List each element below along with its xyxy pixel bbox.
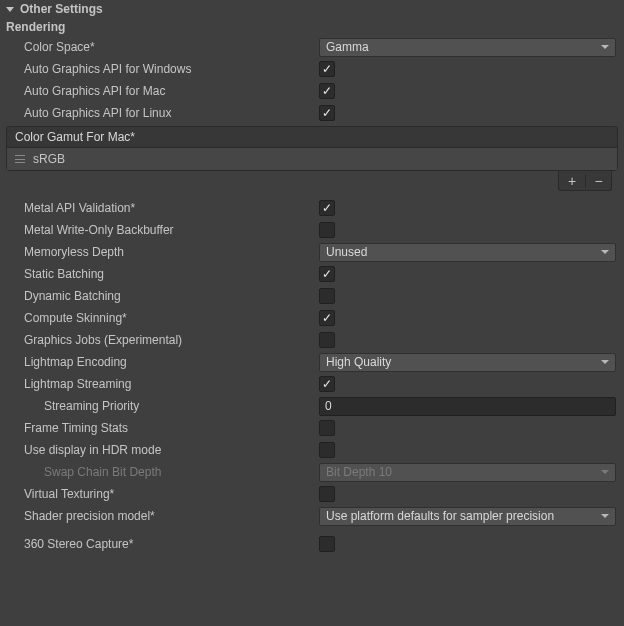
label-virtual-texturing: Virtual Texturing* bbox=[24, 487, 319, 501]
checkbox-graphics-jobs[interactable] bbox=[319, 332, 335, 348]
label-static-batching: Static Batching bbox=[24, 267, 319, 281]
checkbox-compute-skinning[interactable] bbox=[319, 310, 335, 326]
checkbox-dynamic-batching[interactable] bbox=[319, 288, 335, 304]
label-graphics-jobs: Graphics Jobs (Experimental) bbox=[24, 333, 319, 347]
row-memoryless-depth: Memoryless Depth Unused bbox=[0, 241, 624, 263]
label-compute-skinning: Compute Skinning* bbox=[24, 311, 319, 325]
list-item-label: sRGB bbox=[33, 152, 65, 166]
label-lightmap-encoding: Lightmap Encoding bbox=[24, 355, 319, 369]
row-frame-timing: Frame Timing Stats bbox=[0, 417, 624, 439]
label-frame-timing: Frame Timing Stats bbox=[24, 421, 319, 435]
row-auto-mac: Auto Graphics API for Mac bbox=[0, 80, 624, 102]
chevron-down-icon bbox=[601, 514, 609, 518]
dropdown-memoryless-depth[interactable]: Unused bbox=[319, 243, 616, 262]
listbox-footer: + − bbox=[0, 171, 624, 191]
checkbox-metal-writeonly[interactable] bbox=[319, 222, 335, 238]
label-lightmap-streaming: Lightmap Streaming bbox=[24, 377, 319, 391]
row-metal-validation: Metal API Validation* bbox=[0, 197, 624, 219]
checkbox-auto-linux[interactable] bbox=[319, 105, 335, 121]
chevron-down-icon bbox=[601, 45, 609, 49]
checkbox-auto-mac[interactable] bbox=[319, 83, 335, 99]
dropdown-shader-precision[interactable]: Use platform defaults for sampler precis… bbox=[319, 507, 616, 526]
header-title: Other Settings bbox=[20, 2, 103, 16]
foldout-icon bbox=[6, 7, 14, 12]
checkbox-metal-validation[interactable] bbox=[319, 200, 335, 216]
row-swap-chain: Swap Chain Bit Depth Bit Depth 10 bbox=[0, 461, 624, 483]
drag-handle-icon[interactable] bbox=[15, 155, 25, 163]
label-metal-writeonly: Metal Write-Only Backbuffer bbox=[24, 223, 319, 237]
dropdown-lightmap-encoding-value: High Quality bbox=[326, 355, 391, 369]
row-graphics-jobs: Graphics Jobs (Experimental) bbox=[0, 329, 624, 351]
listbox-color-gamut: Color Gamut For Mac* sRGB bbox=[6, 126, 618, 171]
checkbox-auto-win[interactable] bbox=[319, 61, 335, 77]
dropdown-shader-precision-value: Use platform defaults for sampler precis… bbox=[326, 509, 554, 523]
row-compute-skinning: Compute Skinning* bbox=[0, 307, 624, 329]
row-shader-precision: Shader precision model* Use platform def… bbox=[0, 505, 624, 527]
list-buttons: + − bbox=[558, 171, 612, 191]
input-streaming-priority[interactable]: 0 bbox=[319, 397, 616, 416]
chevron-down-icon bbox=[601, 360, 609, 364]
checkbox-hdr-mode[interactable] bbox=[319, 442, 335, 458]
label-auto-linux: Auto Graphics API for Linux bbox=[24, 106, 319, 120]
label-swap-chain: Swap Chain Bit Depth bbox=[44, 465, 319, 479]
checkbox-virtual-texturing[interactable] bbox=[319, 486, 335, 502]
row-static-batching: Static Batching bbox=[0, 263, 624, 285]
label-metal-validation: Metal API Validation* bbox=[24, 201, 319, 215]
checkbox-static-batching[interactable] bbox=[319, 266, 335, 282]
dropdown-color-space-value: Gamma bbox=[326, 40, 369, 54]
remove-button[interactable]: − bbox=[585, 174, 611, 188]
label-dynamic-batching: Dynamic Batching bbox=[24, 289, 319, 303]
label-hdr-mode: Use display in HDR mode bbox=[24, 443, 319, 457]
list-item-srgb[interactable]: sRGB bbox=[7, 148, 617, 170]
label-streaming-priority: Streaming Priority bbox=[44, 399, 319, 413]
checkbox-stereo-360[interactable] bbox=[319, 536, 335, 552]
row-lightmap-streaming: Lightmap Streaming bbox=[0, 373, 624, 395]
dropdown-lightmap-encoding[interactable]: High Quality bbox=[319, 353, 616, 372]
row-auto-linux: Auto Graphics API for Linux bbox=[0, 102, 624, 124]
checkbox-lightmap-streaming[interactable] bbox=[319, 376, 335, 392]
rendering-section-title: Rendering bbox=[0, 18, 624, 36]
row-auto-win: Auto Graphics API for Windows bbox=[0, 58, 624, 80]
row-streaming-priority: Streaming Priority 0 bbox=[0, 395, 624, 417]
row-dynamic-batching: Dynamic Batching bbox=[0, 285, 624, 307]
input-streaming-priority-value: 0 bbox=[325, 399, 332, 413]
dropdown-swap-chain: Bit Depth 10 bbox=[319, 463, 616, 482]
add-button[interactable]: + bbox=[559, 174, 585, 188]
row-stereo-360: 360 Stereo Capture* bbox=[0, 533, 624, 555]
label-memoryless-depth: Memoryless Depth bbox=[24, 245, 319, 259]
dropdown-memoryless-depth-value: Unused bbox=[326, 245, 367, 259]
chevron-down-icon bbox=[601, 250, 609, 254]
label-shader-precision: Shader precision model* bbox=[24, 509, 319, 523]
checkbox-frame-timing[interactable] bbox=[319, 420, 335, 436]
section-foldout-header[interactable]: Other Settings bbox=[0, 0, 624, 18]
listbox-header-color-gamut: Color Gamut For Mac* bbox=[7, 127, 617, 148]
row-virtual-texturing: Virtual Texturing* bbox=[0, 483, 624, 505]
label-color-space: Color Space* bbox=[24, 40, 319, 54]
label-auto-win: Auto Graphics API for Windows bbox=[24, 62, 319, 76]
row-metal-writeonly: Metal Write-Only Backbuffer bbox=[0, 219, 624, 241]
label-auto-mac: Auto Graphics API for Mac bbox=[24, 84, 319, 98]
row-color-space: Color Space* Gamma bbox=[0, 36, 624, 58]
label-stereo-360: 360 Stereo Capture* bbox=[24, 537, 319, 551]
dropdown-swap-chain-value: Bit Depth 10 bbox=[326, 465, 392, 479]
chevron-down-icon bbox=[601, 470, 609, 474]
row-hdr-mode: Use display in HDR mode bbox=[0, 439, 624, 461]
dropdown-color-space[interactable]: Gamma bbox=[319, 38, 616, 57]
row-lightmap-encoding: Lightmap Encoding High Quality bbox=[0, 351, 624, 373]
